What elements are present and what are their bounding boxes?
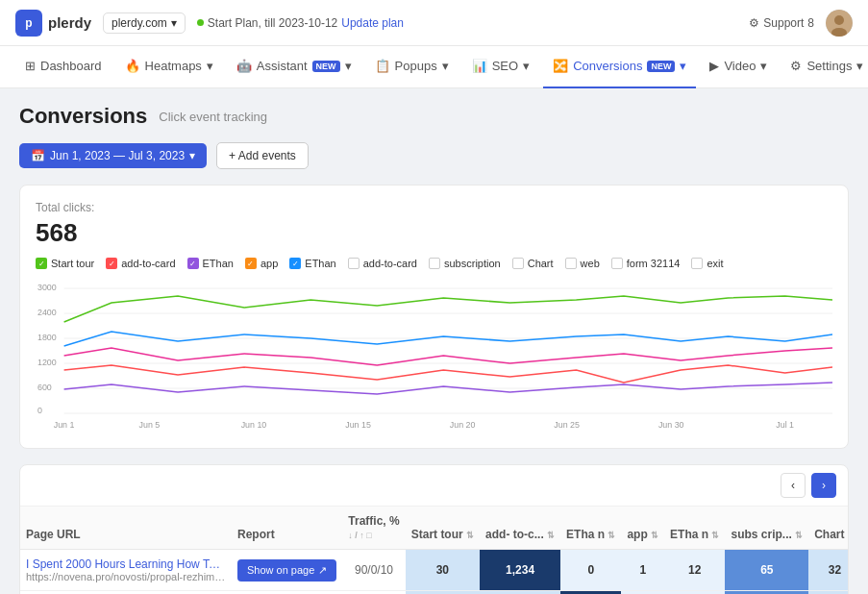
update-plan-link[interactable]: Update plan	[341, 16, 404, 30]
row2-start-tour: 55	[406, 591, 480, 595]
row1-chart: 32	[808, 550, 849, 591]
row2-ethan1: 345	[560, 591, 621, 595]
site-selector[interactable]: plerdy.com ▾	[103, 12, 186, 34]
legend-exit[interactable]: exit	[691, 258, 723, 269]
sort-icon: ↓ / ↑ □	[348, 531, 371, 540]
row2-report-cell: Show on page ↗	[232, 591, 342, 595]
col-ethan2: ETha n ⇅	[664, 507, 725, 550]
legend-box-subscription	[429, 258, 440, 269]
svg-text:2400: 2400	[37, 308, 57, 317]
nav-label-heatmaps: Heatmaps	[145, 59, 202, 73]
legend-app[interactable]: ✓ app	[245, 258, 278, 269]
nav-item-dashboard[interactable]: ⊞ Dashboard	[15, 46, 112, 88]
svg-text:Jun 30: Jun 30	[658, 420, 684, 430]
legend-start-tour[interactable]: ✓ Start tour	[36, 258, 94, 269]
main-nav: ⊞ Dashboard 🔥 Heatmaps ▾ 🤖 Assistant NEW…	[0, 46, 868, 88]
nav-label-assistant: Assistant	[257, 59, 308, 73]
page-header: Conversions Click event tracking	[19, 104, 849, 129]
chevron-down-icon: ▾	[760, 59, 767, 73]
row1-report-cell: Show on page ↗	[232, 550, 342, 591]
add-event-button[interactable]: + Add events	[216, 142, 309, 169]
table-header-row: Page URL Report Traffic, %↓ / ↑ □ Start …	[20, 507, 849, 550]
row1-start-tour: 30	[406, 550, 480, 591]
logo-text: plerdy	[48, 14, 91, 31]
row2-traffic: 90/0/10	[342, 591, 405, 595]
svg-text:Jun 20: Jun 20	[450, 420, 476, 430]
row2-chart: 32	[808, 591, 849, 595]
table-card: ‹ › Page URL Report Traffic, %↓ / ↑ □ St…	[19, 464, 849, 594]
legend-add-to-card[interactable]: ✓ add-to-card	[106, 258, 175, 269]
row2-url-cell: I Spent 2000 Hours Learning How To Lea..…	[20, 591, 232, 595]
row1-add-to-card: 1,234	[480, 550, 560, 591]
legend-add-to-card2[interactable]: add-to-card	[348, 258, 417, 269]
svg-text:600: 600	[37, 383, 52, 392]
row1-show-page-button[interactable]: Show on page ↗	[237, 559, 336, 582]
nav-item-heatmaps[interactable]: 🔥 Heatmaps ▾	[115, 46, 223, 88]
row2-subscription: 231	[725, 591, 808, 595]
plan-text: Start Plan, till 2023-10-12	[208, 16, 337, 30]
nav-item-assistant[interactable]: 🤖 Assistant NEW ▾	[227, 46, 361, 88]
line-chart: 3000 2400 1800 1200 600 0	[36, 279, 832, 433]
legend-web[interactable]: web	[565, 258, 600, 269]
nav-item-settings[interactable]: ⚙ Settings ▾	[781, 46, 868, 88]
legend-box-web	[565, 258, 577, 269]
svg-text:3000: 3000	[37, 283, 57, 292]
svg-text:Jun 1: Jun 1	[54, 420, 75, 430]
page-title: Conversions	[19, 104, 147, 129]
support-button[interactable]: ⚙ Support 8	[749, 16, 814, 30]
plan-info: Start Plan, till 2023-10-12 Update plan	[197, 16, 404, 30]
legend-ethan1[interactable]: ✓ EThan	[187, 258, 234, 269]
row1-ethan2: 12	[664, 550, 725, 591]
legend-chart[interactable]: Chart	[512, 258, 554, 269]
chart-legend: ✓ Start tour ✓ add-to-card ✓ EThan ✓ app…	[36, 258, 832, 269]
row1-traffic: 90/0/10	[342, 550, 405, 591]
row1-url-cell: I Spent 2000 Hours Learning How To Lea..…	[20, 550, 232, 591]
user-avatar[interactable]	[826, 10, 853, 37]
table-next-button[interactable]: ›	[811, 473, 836, 498]
nav-label-popups: Popups	[395, 59, 437, 73]
legend-ethan2[interactable]: ✓ EThan	[289, 258, 335, 269]
page-subtitle: Click event tracking	[159, 110, 267, 124]
nav-item-conversions[interactable]: 🔀 Conversions NEW ▾	[543, 46, 696, 88]
conversions-badge: NEW	[647, 61, 675, 72]
nav-label-conversions: Conversions	[573, 59, 642, 73]
col-app: app ⇅	[621, 507, 664, 550]
chart-area: 3000 2400 1800 1200 600 0	[36, 279, 832, 433]
chart-card: Total clicks: 568 ✓ Start tour ✓ add-to-…	[19, 185, 849, 449]
header-right: ⚙ Support 8	[749, 10, 853, 37]
toolbar: 📅 Jun 1, 2023 — Jul 3, 2023 ▾ + Add even…	[19, 142, 849, 169]
nav-label-dashboard: Dashboard	[40, 59, 102, 73]
support-count: 8	[807, 16, 814, 30]
legend-check-ethan2: ✓	[289, 258, 301, 269]
popups-icon: 📋	[375, 59, 390, 73]
table-row: I Spent 2000 Hours Learning How To Lea..…	[20, 591, 849, 595]
chevron-down-icon: ▾	[189, 149, 195, 162]
nav-item-popups[interactable]: 📋 Popups ▾	[365, 46, 459, 88]
heatmaps-icon: 🔥	[125, 59, 140, 73]
table-prev-button[interactable]: ‹	[781, 473, 806, 498]
page-content: Conversions Click event tracking 📅 Jun 1…	[0, 88, 868, 594]
row1-report-label: Show on page	[247, 564, 314, 576]
legend-check-ethan1: ✓	[187, 258, 199, 269]
legend-form[interactable]: form 32114	[611, 258, 681, 269]
col-report: Report	[232, 507, 342, 550]
chevron-down-icon: ▾	[523, 59, 530, 73]
legend-subscription[interactable]: subscription	[429, 258, 501, 269]
svg-text:1800: 1800	[37, 333, 57, 342]
legend-box-add-to-card2	[348, 258, 360, 269]
col-add-to-card: add- to-c... ⇅	[480, 507, 560, 550]
nav-item-video[interactable]: ▶ Video ▾	[700, 46, 777, 88]
col-traffic: Traffic, %↓ / ↑ □	[342, 507, 405, 550]
date-range-button[interactable]: 📅 Jun 1, 2023 — Jul 3, 2023 ▾	[19, 143, 207, 168]
nav-label-seo: SEO	[492, 59, 518, 73]
site-name: plerdy.com	[112, 16, 167, 30]
table-row: I Spent 2000 Hours Learning How To Lea..…	[20, 550, 849, 591]
chevron-down-icon: ▾	[345, 59, 352, 73]
row1-url-link[interactable]: I Spent 2000 Hours Learning How To Lea..…	[26, 557, 226, 571]
video-icon: ▶	[709, 59, 719, 73]
logo: p plerdy	[15, 10, 91, 37]
svg-point-1	[834, 15, 844, 25]
legend-check-add-to-card: ✓	[106, 258, 117, 269]
add-event-label: + Add events	[229, 149, 296, 162]
nav-item-seo[interactable]: 📊 SEO ▾	[462, 46, 539, 88]
